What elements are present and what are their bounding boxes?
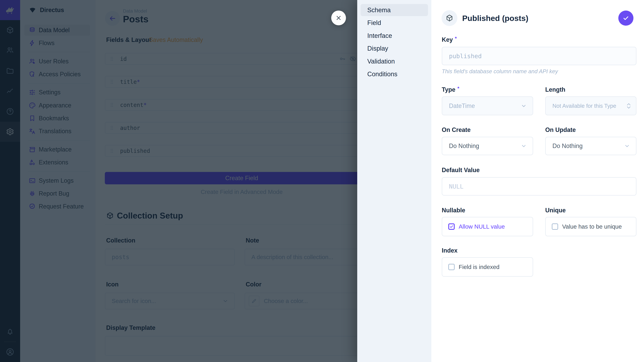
drawer-tab-conditions[interactable]: Conditions [360,68,428,80]
on-create-label: On Create [442,126,470,134]
drawer-tab-display[interactable]: Display [360,42,428,54]
field-drawer: Schema Field Interface Display Validatio… [357,0,644,362]
length-label: Length [545,86,565,94]
save-button[interactable] [618,10,634,26]
drawer-tab-interface[interactable]: Interface [360,30,428,42]
chevron-down-icon [520,103,527,109]
length-value: Not Available for this Type [552,103,616,109]
unique-option: Value has to be unique [545,217,636,236]
type-label-text: Type [442,86,455,93]
type-select[interactable]: DateTime [442,96,533,115]
nullable-option: Allow NULL value [442,217,533,236]
drawer-tab-label: Validation [367,58,395,65]
index-checkbox[interactable] [448,264,455,270]
on-create-value: Do Nothing [449,142,479,149]
chevron-down-icon [520,143,527,149]
stepper-icon[interactable] [626,103,631,109]
key-label-text: Key [442,36,453,43]
close-drawer-button[interactable] [331,10,346,25]
close-icon [335,14,342,21]
on-update-label: On Update [545,126,576,134]
default-value-placeholder: NULL [449,183,464,190]
drawer-tab-label: Interface [367,32,392,39]
key-value: published [449,53,482,59]
directus-app: Directus Data Model Flows [0,0,644,362]
length-input[interactable]: Not Available for this Type [545,96,636,115]
nullable-checkbox[interactable] [448,223,455,230]
on-create-select[interactable]: Do Nothing [442,137,533,155]
default-value-input[interactable]: NULL [442,177,636,196]
drawer-tab-field[interactable]: Field [360,17,428,29]
drawer-main: Published (posts) Key * published This f… [431,0,644,362]
chevron-down-icon [624,143,630,149]
drawer-tab-label: Field [367,19,381,26]
drawer-overlay[interactable] [0,0,357,362]
key-input[interactable]: published [442,47,636,65]
drawer-header-icon [442,10,457,26]
length-label-text: Length [545,86,565,93]
check-icon [622,14,630,22]
required-star: * [455,35,457,41]
type-value: DateTime [449,102,475,109]
default-value-label: Default Value [442,166,480,174]
drawer-tab-label: Conditions [367,70,398,78]
drawer-title: Published (posts) [462,12,528,24]
unique-label: Unique [545,206,566,214]
box-icon [446,14,453,22]
index-option-label[interactable]: Field is indexed [459,264,500,270]
on-update-select[interactable]: Do Nothing [545,137,636,155]
drawer-tab-schema[interactable]: Schema [360,4,428,16]
drawer-tab-label: Schema [367,6,390,14]
required-star: * [457,85,459,91]
drawer-nav: Schema Field Interface Display Validatio… [357,0,431,362]
nullable-label: Nullable [442,206,465,214]
index-label: Index [442,247,458,255]
unique-checkbox[interactable] [552,223,558,230]
key-label: Key * [442,36,457,44]
drawer-tab-label: Display [367,45,388,52]
type-label: Type * [442,86,459,94]
index-option: Field is indexed [442,257,533,277]
key-helper-text: This field's database column name and AP… [442,68,558,75]
on-update-value: Do Nothing [552,142,582,149]
nullable-option-label[interactable]: Allow NULL value [459,223,505,230]
drawer-tab-validation[interactable]: Validation [360,55,428,67]
unique-option-label[interactable]: Value has to be unique [562,223,622,230]
